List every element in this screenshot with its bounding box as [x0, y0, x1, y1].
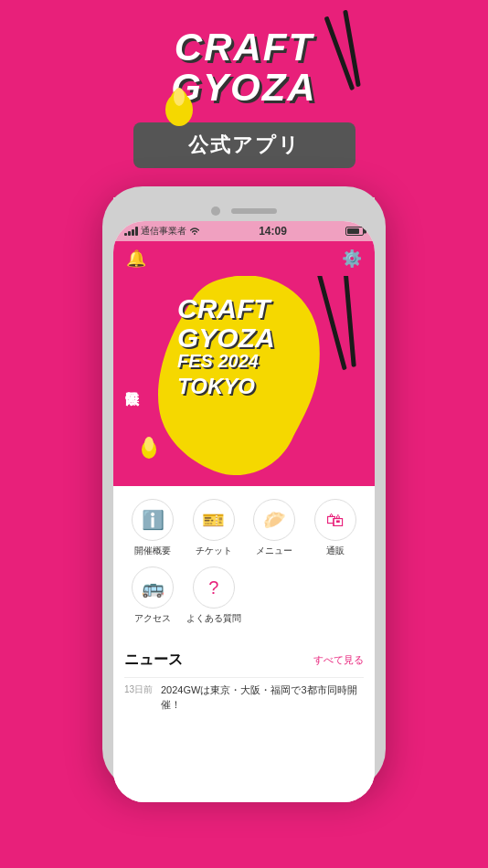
- status-time: 14:09: [259, 225, 287, 238]
- shop-icon-circle: 🛍: [314, 499, 356, 541]
- menu-item-label: アクセス: [134, 612, 171, 625]
- menu-item-kaijigaiyo[interactable]: ℹ️ 開催概要: [125, 499, 180, 557]
- svg-rect-8: [343, 276, 356, 367]
- hero-flame-small-icon: [139, 433, 159, 459]
- menu-icon: 🥟: [263, 509, 286, 531]
- phone-camera: [211, 206, 220, 216]
- top-logo-area: CRAFT GYOZA: [171, 0, 316, 108]
- news-date: 13日前: [124, 683, 154, 712]
- battery-fill: [347, 228, 359, 234]
- menu-item-menu[interactable]: 🥟 メニュー: [247, 499, 302, 557]
- ticket-icon-circle: 🎫: [193, 499, 235, 541]
- info-icon-circle: ℹ️: [132, 499, 174, 541]
- signal-bar-3: [132, 229, 134, 236]
- signal-bar-1: [124, 233, 127, 236]
- logo-container: CRAFT GYOZA: [171, 27, 316, 108]
- phone-top-bar: [113, 197, 375, 221]
- hero-chopsticks-icon: [302, 276, 375, 372]
- menu-item-faq[interactable]: ? よくある質問: [186, 566, 241, 625]
- menu-item-shop[interactable]: 🛍 通販: [308, 499, 363, 557]
- official-badge: 公式アプリ: [133, 122, 355, 168]
- bus-icon: 🚌: [142, 577, 164, 598]
- gear-icon[interactable]: ⚙️: [342, 249, 362, 269]
- news-header: ニュース すべて見る: [124, 651, 364, 670]
- news-section: ニュース すべて見る 13日前 2024GWは東京・大阪・福岡で3都市同時開催！: [113, 641, 375, 802]
- signal-bar-2: [128, 231, 131, 236]
- chopsticks-icon: [281, 9, 372, 91]
- news-title: ニュース: [124, 651, 183, 670]
- info-icon: ℹ️: [142, 509, 164, 531]
- menu-item-label: よくある質問: [186, 612, 241, 625]
- menu-item-ticket[interactable]: 🎫 チケット: [186, 499, 241, 557]
- app-header: 🔔 ⚙️: [113, 241, 375, 276]
- menu-icon-circle: 🥟: [253, 499, 295, 541]
- menu-item-label: チケット: [196, 545, 232, 557]
- flame-icon: [162, 82, 196, 126]
- status-right: [345, 227, 364, 236]
- news-text: 2024GWは東京・大阪・福岡で3都市同時開催！: [161, 683, 364, 712]
- hero-brand-text: CRAFT GYOZA FES 2024 TOKYO: [177, 294, 275, 397]
- ticket-icon: 🎫: [202, 509, 225, 531]
- shop-icon: 🛍: [326, 510, 345, 531]
- svg-point-4: [174, 88, 185, 106]
- menu-item-label: 通販: [326, 545, 345, 557]
- menu-grid-section: ℹ️ 開催概要 🎫 チケット 🥟 メニュー: [113, 486, 375, 641]
- phone-speaker: [231, 208, 277, 214]
- news-see-all-link[interactable]: すべて見る: [313, 653, 364, 667]
- svg-rect-7: [315, 276, 347, 370]
- news-item[interactable]: 13日前 2024GWは東京・大阪・福岡で3都市同時開催！: [124, 677, 364, 717]
- access-icon-circle: 🚌: [132, 566, 174, 609]
- menu-item-label: 開催概要: [134, 545, 171, 557]
- carrier-text: 通信事業者: [141, 225, 186, 238]
- battery-icon: [345, 227, 364, 236]
- menu-item-access[interactable]: 🚌 アクセス: [125, 566, 180, 625]
- question-icon: ?: [208, 577, 218, 598]
- hero-section: 無限餃子 CRAFT GYOZA FES 2024 TOKYO: [113, 276, 375, 486]
- phone-mockup: 通信事業者 14:09 🔔 ⚙️: [102, 186, 386, 789]
- phone-screen: 通信事業者 14:09 🔔 ⚙️: [113, 221, 375, 802]
- wifi-icon: [189, 227, 200, 236]
- status-left: 通信事業者: [124, 225, 200, 238]
- bell-icon[interactable]: 🔔: [126, 249, 146, 269]
- menu-item-label: メニュー: [256, 545, 292, 557]
- faq-icon-circle: ?: [193, 566, 235, 609]
- signal-bars: [124, 227, 138, 236]
- menu-grid-row-1: ℹ️ 開催概要 🎫 チケット 🥟 メニュー: [122, 499, 366, 557]
- battery-tip: [364, 229, 366, 234]
- status-bar: 通信事業者 14:09: [113, 221, 375, 241]
- signal-bar-4: [135, 227, 138, 236]
- menu-grid-row-2: 🚌 アクセス ? よくある質問: [122, 566, 366, 625]
- svg-point-6: [144, 437, 154, 451]
